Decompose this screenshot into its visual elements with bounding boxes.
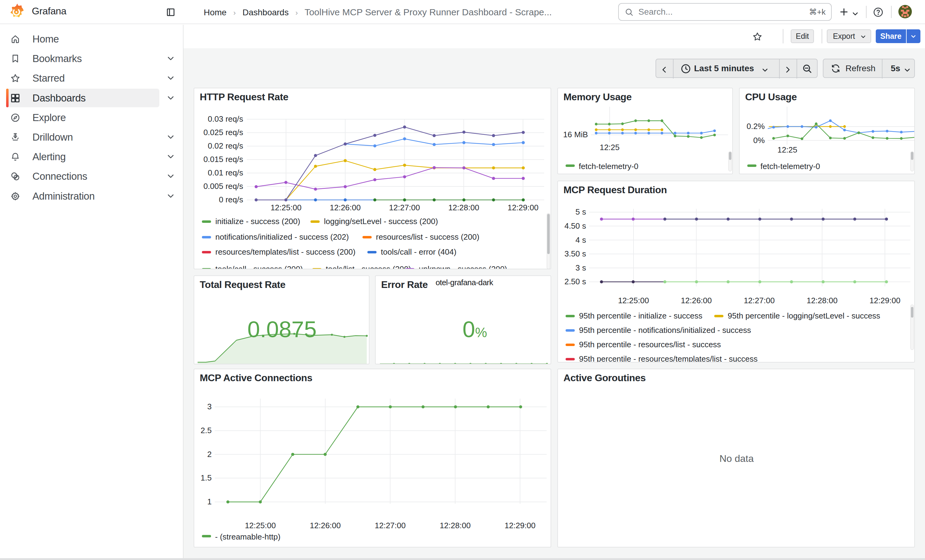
svg-text:logging/setLevel - success (20: logging/setLevel - success (200) bbox=[324, 217, 438, 226]
svg-text:fetch-telemetry-0: fetch-telemetry-0 bbox=[761, 162, 820, 171]
svg-text:tools/list - success (200): tools/list - success (200) bbox=[326, 264, 411, 269]
svg-text:fetch-telemetry-0: fetch-telemetry-0 bbox=[579, 162, 639, 171]
svg-text:12:28:00: 12:28:00 bbox=[440, 521, 470, 530]
svg-text:4.50 s: 4.50 s bbox=[564, 221, 586, 230]
svg-text:notifications/initialized - su: notifications/initialized - success (202… bbox=[215, 232, 349, 242]
svg-text:12:25: 12:25 bbox=[777, 145, 797, 155]
svg-text:initialize - success (200): initialize - success (200) bbox=[215, 217, 300, 226]
svg-text:0.2%: 0.2% bbox=[747, 122, 765, 131]
svg-text:12:29:00: 12:29:00 bbox=[505, 521, 536, 530]
svg-text:tools/call - success (200): tools/call - success (200) bbox=[215, 264, 303, 269]
svg-text:2: 2 bbox=[207, 450, 212, 459]
svg-text:95th percentile - notification: 95th percentile - notifications/initiali… bbox=[579, 326, 751, 335]
svg-text:resources/list - success (200): resources/list - success (200) bbox=[376, 232, 479, 242]
svg-text:3 s: 3 s bbox=[575, 263, 586, 272]
svg-text:3.50 s: 3.50 s bbox=[564, 249, 586, 258]
svg-text:5 s: 5 s bbox=[575, 207, 586, 216]
svg-text:12:25:00: 12:25:00 bbox=[245, 521, 276, 530]
svg-text:95th percentile - resources/te: 95th percentile - resources/templates/li… bbox=[579, 354, 758, 363]
svg-text:12:27:00: 12:27:00 bbox=[744, 296, 774, 305]
svg-text:12:27:00: 12:27:00 bbox=[375, 521, 405, 530]
svg-text:1.5: 1.5 bbox=[201, 473, 212, 482]
svg-text:2.50 s: 2.50 s bbox=[564, 277, 586, 286]
svg-text:95th percentile - initialize -: 95th percentile - initialize - success bbox=[579, 311, 702, 320]
svg-text:unknown - success (200): unknown - success (200) bbox=[419, 264, 507, 269]
svg-text:0%: 0% bbox=[753, 136, 765, 145]
svg-text:16 MiB: 16 MiB bbox=[563, 130, 588, 139]
svg-text:12:25:00: 12:25:00 bbox=[618, 296, 649, 305]
svg-text:12:28:00: 12:28:00 bbox=[807, 296, 838, 305]
svg-text:2.5: 2.5 bbox=[201, 426, 212, 435]
svg-text:3: 3 bbox=[207, 402, 212, 411]
svg-text:12:26:00: 12:26:00 bbox=[310, 521, 341, 530]
svg-text:4 s: 4 s bbox=[575, 236, 586, 245]
svg-text:resources/templates/list - suc: resources/templates/list - success (200) bbox=[215, 247, 356, 257]
svg-text:tools/call - error (404): tools/call - error (404) bbox=[381, 247, 456, 257]
svg-text:95th percentile - resources/li: 95th percentile - resources/list - succe… bbox=[579, 340, 721, 349]
svg-text:12:26:00: 12:26:00 bbox=[681, 296, 712, 305]
svg-text:95th percentile - logging/setL: 95th percentile - logging/setLevel - suc… bbox=[728, 311, 880, 320]
svg-text:- (streamable-http): - (streamable-http) bbox=[215, 532, 280, 541]
svg-text:1: 1 bbox=[207, 497, 212, 506]
svg-text:12:25: 12:25 bbox=[600, 143, 619, 152]
svg-text:12:29:00: 12:29:00 bbox=[869, 296, 900, 305]
